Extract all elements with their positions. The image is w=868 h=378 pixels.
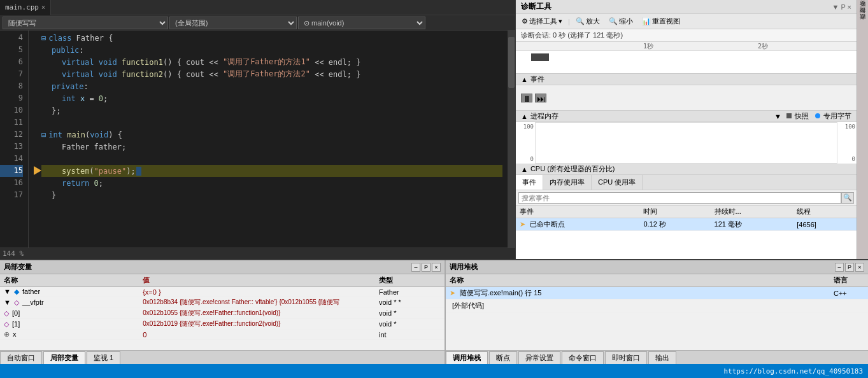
locals-title: 局部变量	[4, 262, 32, 272]
scrollbar-thumb[interactable]	[508, 37, 515, 88]
events-toggle[interactable]: ▲	[521, 76, 528, 83]
timeline-bar	[531, 53, 549, 61]
collapse-arrow-12[interactable]: ⊟	[41, 130, 46, 139]
editor-panel: main.cpp × 随便写写 (全局范围) ⊙ main(void)	[0, 0, 516, 259]
event-row[interactable]: ➤ 已命中断点 0.12 秒 121 毫秒 [4656]	[516, 218, 857, 231]
x-icon: ⊕	[4, 330, 10, 338]
locals-float-btn[interactable]: P	[422, 263, 430, 272]
diag-tab-memory[interactable]: 内存使用率	[543, 175, 592, 190]
code-line-9: int x = 0;	[41, 92, 502, 104]
timeline-ruler: 1秒 2秒	[516, 42, 857, 51]
locals-pin-btn[interactable]: –	[411, 263, 420, 272]
cpu-section-header: ▲ CPU (所有处理器的百分比)	[516, 164, 857, 175]
code-line-4: ⊟class Father {	[41, 32, 502, 44]
cs-table: 名称 语言 ➤ 随便写写.exe!main() 行 15 C++	[446, 274, 868, 312]
event-col-dur: 持续时...	[711, 206, 793, 218]
scope-dropdown-3[interactable]: ⊙ main(void)	[298, 17, 425, 29]
vt-item-1[interactable]: 渐变计算	[857, 3, 868, 8]
reset-view-btn[interactable]: 📊 重置视图	[639, 15, 683, 27]
diag-tab-events[interactable]: 事件	[516, 175, 543, 190]
select-tool-btn[interactable]: ⚙ 选择工具 ▾	[518, 15, 566, 27]
diag-tabs-row: 事件 内存使用率 CPU 使用率	[516, 175, 857, 190]
var-row-x[interactable]: ⊕ x 0 int	[0, 330, 445, 340]
btab-watch[interactable]: 监视 1	[87, 351, 120, 364]
code-body[interactable]: ⊟class Father { public: virtual void fun…	[29, 31, 508, 248]
callstack-panel-header: 调用堆栈 – P ×	[446, 260, 868, 274]
code-line-11	[41, 116, 502, 129]
locals-panel: 局部变量 – P × 名称 值 类型	[0, 260, 446, 364]
callstack-table-container: 名称 语言 ➤ 随便写写.exe!main() 行 15 C++	[446, 274, 868, 350]
event-section-content: ⏸ ⏭	[516, 85, 857, 111]
chart-body	[535, 122, 837, 164]
events-section-header: ▲ 事件	[516, 74, 857, 85]
var-row-1[interactable]: ◇ [1] 0x012b1019 {随便写.exe!Father::functi…	[0, 319, 445, 330]
cs-btab-imm[interactable]: 即时窗口	[605, 351, 647, 364]
scope-dropdown-1[interactable]: 随便写写	[3, 17, 168, 29]
editor-tab-bar: main.cpp ×	[0, 0, 515, 15]
zoom-in-btn[interactable]: 🔍 放大	[573, 15, 603, 27]
editor-content: 4 5 6 7 8 9 10 11 12 13 14 15 16 17	[0, 31, 515, 248]
var-row-0[interactable]: ◇ [0] 0x012b1055 {随便写.exe!Father::functi…	[0, 308, 445, 319]
var-row-father[interactable]: ▼ ◆ father {x=0 } Father	[0, 287, 445, 297]
diag-tab-cpu[interactable]: CPU 使用率	[592, 175, 643, 190]
cpu-label: CPU (所有处理器的百分比)	[530, 164, 615, 174]
chevron-down-icon: ▾	[559, 17, 562, 25]
search-icon: 🔍	[843, 193, 852, 202]
cs-btab-exceptions[interactable]: 异常设置	[518, 351, 560, 364]
line-numbers: 4 5 6 7 8 9 10 11 12 13 14 15 16 17	[0, 31, 29, 248]
cs-float-btn[interactable]: P	[845, 263, 854, 272]
timeline-content	[516, 51, 857, 73]
cs-close-btn[interactable]: ×	[855, 263, 864, 272]
vt-item-3[interactable]: 控制台	[857, 15, 868, 20]
code-line-8: private:	[41, 80, 502, 92]
diag-pin-btn[interactable]: ▼ P ×	[832, 3, 851, 11]
event-col-time: 时间	[639, 206, 710, 218]
event-col-thread: 线程	[793, 206, 857, 218]
locals-close-btn[interactable]: ×	[432, 263, 441, 272]
event-search-input[interactable]	[518, 192, 841, 204]
gear-icon: ⚙	[522, 17, 528, 25]
events-label: 事件	[530, 74, 544, 84]
tab-close-btn[interactable]: ×	[41, 4, 45, 11]
btab-auto[interactable]: 自动窗口	[0, 351, 42, 364]
collapse-arrow-4[interactable]: ⊟	[41, 34, 46, 43]
event-step-btn[interactable]: ⏭	[535, 94, 546, 102]
col-type-header: 类型	[375, 274, 445, 287]
locals-panel-controls: – P ×	[411, 263, 441, 272]
locals-bottom-tabs: 自动窗口 局部变量 监视 1	[0, 350, 445, 364]
cs-arrow-icon: ➤	[450, 289, 455, 297]
select-tool-label: 选择工具	[529, 17, 557, 26]
search-btn[interactable]: 🔍	[841, 192, 854, 204]
vt-item-4[interactable]: 断点	[857, 22, 868, 27]
code-line-17: }	[41, 189, 502, 201]
btab-locals[interactable]: 局部变量	[43, 351, 85, 364]
var-table: 名称 值 类型 ▼ ◆ father	[0, 274, 445, 340]
event-pause-btn[interactable]: ⏸	[521, 94, 532, 102]
editor-scrollbar[interactable]	[508, 31, 515, 248]
code-line-13: Father father;	[41, 141, 502, 153]
var-row-vfptr[interactable]: ▼ ◇ __vfptr 0x012b8b34 {随便写.exe!const Fa…	[0, 297, 445, 308]
locals-table-container: 名称 值 类型 ▼ ◆ father	[0, 274, 445, 350]
event-arrow-icon: ➤	[520, 220, 525, 228]
callstack-panel-controls: – P ×	[835, 263, 864, 272]
cpu-toggle[interactable]: ▲	[521, 165, 528, 173]
father-icon: ◆	[14, 288, 19, 295]
cs-btab-output[interactable]: 输出	[648, 351, 676, 364]
cs-btab-callstack[interactable]: 调用堆栈	[446, 351, 488, 364]
memory-section-header: ▲ 进程内存 ▼ 快照 专用字节	[516, 111, 857, 122]
idx0-icon: ◇	[4, 309, 9, 317]
bottom-area: 局部变量 – P × 名称 值 类型	[0, 259, 868, 364]
cs-btab-breakpoints[interactable]: 断点	[489, 351, 517, 364]
code-line-16: return 0;	[41, 177, 502, 189]
scope-dropdown-2[interactable]: (全局范围)	[169, 17, 297, 29]
cs-btab-cmd[interactable]: 命令窗口	[562, 351, 604, 364]
zoom-out-btn[interactable]: 🔍 缩小	[606, 15, 636, 27]
memory-toggle[interactable]: ▲	[521, 113, 528, 120]
diag-title: 诊断工具	[521, 1, 551, 12]
cs-row-main[interactable]: ➤ 随便写写.exe!main() 行 15 C++	[446, 287, 868, 300]
cs-row-external[interactable]: [外部代码]	[446, 300, 868, 312]
vt-item-2[interactable]: 诊断	[857, 9, 868, 14]
editor-tab[interactable]: main.cpp ×	[0, 0, 51, 15]
code-line-6: virtual void function1() { cout << "调用了F…	[41, 56, 502, 68]
cs-pin-btn[interactable]: –	[835, 263, 844, 272]
